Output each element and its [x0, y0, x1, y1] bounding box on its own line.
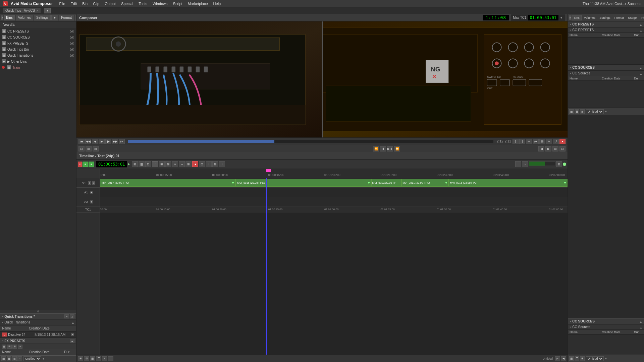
tl-lift-btn[interactable]: ↑ — [152, 161, 158, 167]
a2-btn-1[interactable]: ◈ — [90, 200, 93, 203]
fx-view-btn-3[interactable]: ⊞ — [12, 345, 17, 349]
dissolve-options[interactable]: ▶ — [71, 333, 74, 336]
fx-btn[interactable]: ▲ — [70, 339, 74, 343]
right-tab-usage[interactable]: Usage — [626, 15, 638, 20]
cc-presets-sub-close[interactable]: × — [570, 28, 571, 32]
bin-item-quick-transitions[interactable]: ▦ Quick Transitions 5K — [0, 52, 76, 58]
vol-btn-1[interactable]: ◀ — [538, 146, 544, 152]
sidebar-btn-3[interactable]: ⊞ — [12, 356, 17, 361]
tl-tool-3[interactable]: ⊡ — [145, 161, 151, 167]
a1-btn-1[interactable]: ◈ — [90, 191, 93, 194]
cc-presets-close-x[interactable]: × — [570, 23, 571, 26]
qt-sub-close[interactable]: × — [2, 321, 3, 324]
right-tab-format[interactable]: Format — [613, 15, 626, 20]
monitor-btn-2[interactable]: ⊞ — [86, 146, 92, 152]
right-tab-settings[interactable]: Settings — [598, 15, 612, 20]
qt-dissolve-row[interactable]: D Dissolve 24 8/15/13 11:38:15 AM ▶ — [0, 331, 76, 338]
cc-sources-sub-btn[interactable]: ▲ — [640, 71, 642, 75]
step-fwd-2[interactable]: ⏩ — [394, 146, 400, 152]
expand-button[interactable]: ● — [44, 8, 51, 13]
clip-mvi-8812[interactable]: MVI_8812(23.98 FP — [371, 179, 402, 187]
menu-special[interactable]: Special — [119, 1, 136, 6]
close-sidebar-btn[interactable]: × — [1, 15, 3, 20]
tl-tool-13[interactable]: ⊞ — [212, 161, 218, 167]
qt-btn-2[interactable]: ▲ — [70, 314, 74, 318]
right-untitled-dropdown[interactable]: Untitled — [586, 109, 604, 114]
monitor-btn-1[interactable]: ⊡ — [78, 146, 85, 152]
go-to-out-btn[interactable]: ↦ — [533, 139, 539, 144]
menu-edit[interactable]: Edit — [68, 1, 79, 6]
clip-mvi-8816-2[interactable]: MVI_8816 (23.98 FPS) — [448, 179, 568, 187]
bin-item-cc-sources[interactable]: ▦ CC SOURCES 5K — [0, 34, 76, 40]
a2-track[interactable] — [100, 197, 568, 206]
mark-in-btn[interactable]: [ — [513, 139, 519, 144]
match-frame-btn[interactable]: ⊞ — [539, 139, 545, 144]
tl-tool-9[interactable]: ⊞ — [185, 161, 192, 167]
tl-record-btn[interactable]: ● — [192, 161, 198, 167]
right-lower-sub-btn[interactable]: ▲ — [640, 325, 642, 329]
step-fwd-btn[interactable]: ▶ — [105, 139, 111, 144]
sidebar-untitled-dropdown[interactable]: Untitled — [23, 356, 41, 361]
tl-tool-6[interactable]: ⊠ — [165, 161, 171, 167]
right-bottom-btn-3[interactable]: ⊞ — [580, 356, 585, 361]
fast-fwd-btn[interactable]: ▶▶ — [112, 139, 118, 144]
cc-presets-sub-btn[interactable]: ▲ — [640, 28, 642, 32]
clip-mvi-8816-1[interactable]: MVI_8816 (23.98 FPS) — [235, 179, 371, 187]
bin-tab-dot[interactable]: ● — [51, 15, 58, 20]
reverse-btn[interactable]: ◀◀ — [85, 139, 91, 144]
right-lower-sub-close[interactable]: × — [570, 325, 571, 329]
v1-btn-1[interactable]: ◈ — [88, 181, 91, 185]
menu-clip[interactable]: Clip — [91, 1, 102, 6]
menu-help[interactable]: Help — [211, 1, 223, 6]
pause-btn[interactable]: ⏸ — [380, 146, 386, 152]
step-rev-1[interactable]: ⏪ — [373, 146, 379, 152]
tl-r-btn-1[interactable]: ☰ — [515, 161, 521, 167]
master-tc-dropdown[interactable]: ▼ — [560, 16, 563, 19]
right-tab-bins[interactable]: Bins — [572, 15, 582, 20]
right-close-btn[interactable]: × — [569, 15, 571, 20]
menu-file[interactable]: File — [57, 1, 68, 6]
tl-tool-7[interactable]: ✂ — [172, 161, 178, 167]
tl-bottom-btn-6[interactable]: ↑ — [108, 356, 113, 361]
clip-mvi-8811[interactable]: MVI_8811 (23.98 FPS) — [401, 179, 448, 187]
loop-btn[interactable]: ↺ — [553, 139, 559, 144]
menu-marketplace[interactable]: Marketplace — [185, 1, 210, 6]
sidebar-btn-4[interactable]: ≡ — [17, 356, 22, 361]
bin-item-train[interactable]: ▦ Train — [0, 64, 76, 70]
fx-view-btn-2[interactable]: ☰ — [7, 345, 12, 349]
play-pause-btn[interactable]: ▶⏸ — [387, 146, 393, 152]
bin-tab-volumes[interactable]: Volumes — [16, 15, 33, 20]
qt-close-x[interactable]: × — [2, 315, 3, 318]
scrubber-bar[interactable] — [128, 140, 493, 143]
tl-audio-btn[interactable]: ♪ — [522, 161, 528, 167]
tl-bottom-right-btn[interactable]: ▶ — [555, 356, 560, 361]
tl-green-btn[interactable]: ● — [83, 162, 88, 167]
rewind-btn[interactable]: ⏮ — [78, 139, 85, 144]
right-btn-1[interactable]: ▦ — [569, 109, 574, 114]
window-tab-close[interactable]: × — [36, 9, 38, 12]
right-tab-volumes[interactable]: Volumes — [582, 15, 597, 20]
v1-track[interactable]: MVI_8817 (23.98 FPS) MVI_8816 (23.98 FPS… — [100, 178, 568, 188]
v1-btn-2[interactable]: ⊞ — [92, 181, 95, 185]
cc-sources-close-x[interactable]: × — [570, 66, 571, 69]
tl-tool-5[interactable]: ⊞ — [159, 161, 165, 167]
bin-item-fx-presets[interactable]: ▦ FX PRESETS 5K — [0, 40, 76, 46]
tl-tool-8[interactable]: ↔ — [179, 161, 185, 167]
menu-output[interactable]: Output — [102, 1, 118, 6]
bin-item-cc-presets[interactable]: ▦ CC PRESETS 5K — [0, 28, 76, 34]
vol-btn-2[interactable]: ▶ — [545, 146, 551, 152]
clip-mvi-8817[interactable]: MVI_8817 (23.98 FPS) — [100, 179, 235, 187]
tl-tool-1[interactable]: ⊞ — [132, 161, 138, 167]
tl-r-btn-2[interactable]: ⊞ — [556, 161, 562, 167]
tl-close-btn[interactable]: × — [78, 162, 82, 167]
menu-bin[interactable]: Bin — [80, 1, 90, 6]
fx-close-x[interactable]: × — [2, 339, 3, 343]
tl-bottom-btn-5[interactable]: ≡ — [102, 356, 107, 361]
tl-bottom-btn-4[interactable]: ☰ — [96, 356, 101, 361]
vol-btn-3[interactable]: ⊞ — [552, 146, 558, 152]
tl-tool-12[interactable]: ↕ — [206, 161, 212, 167]
cc-presets-expand[interactable]: ▲ — [639, 22, 642, 26]
right-tab-info[interactable]: Info — [639, 15, 644, 20]
right-bottom-btn-2[interactable]: ☰ — [575, 356, 579, 361]
tl-bottom-btn-2[interactable]: ⊡ — [84, 356, 89, 361]
